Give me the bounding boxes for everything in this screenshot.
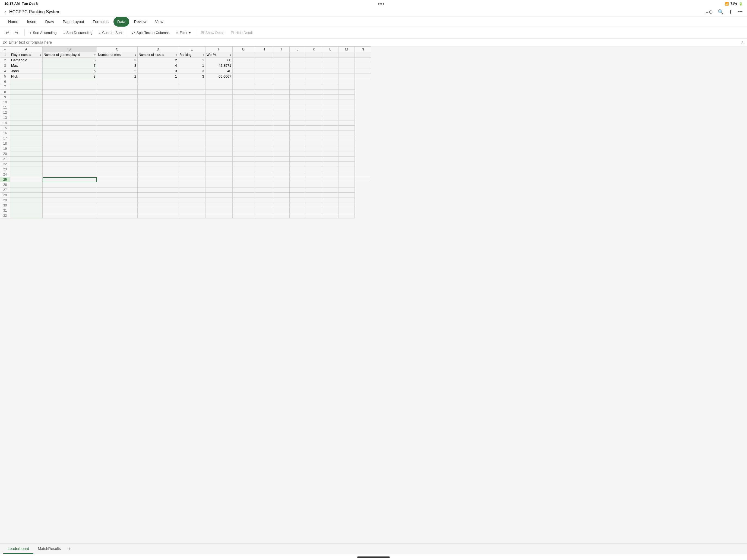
cell-J1[interactable] [290, 52, 306, 57]
cell-D3[interactable]: 4 [138, 63, 178, 69]
cell-M1[interactable] [338, 52, 355, 57]
cell-L25[interactable] [322, 177, 338, 182]
cell-B25[interactable] [43, 177, 97, 182]
cell-D25[interactable] [138, 177, 178, 182]
cell-I1[interactable] [273, 52, 290, 57]
cell-K2[interactable] [306, 57, 322, 63]
cell-M2[interactable] [338, 57, 355, 63]
cell-F1[interactable]: Win % ▾ [205, 52, 233, 57]
filter-arrow-B[interactable]: ▾ [94, 53, 96, 56]
col-header-E[interactable]: E [178, 47, 205, 52]
cell-A1[interactable]: Player names ▾ [10, 52, 43, 57]
cell-F4[interactable]: 40 [205, 69, 233, 74]
col-header-B[interactable]: B [43, 47, 97, 52]
cell-L5[interactable] [322, 74, 338, 79]
cell-B4[interactable]: 5 [43, 69, 97, 74]
filter-arrow-D[interactable]: ▾ [176, 53, 177, 56]
cell-C25[interactable] [97, 177, 138, 182]
tab-insert[interactable]: Insert [23, 17, 40, 27]
cell-G25[interactable] [233, 177, 254, 182]
tab-data[interactable]: Data [113, 17, 129, 27]
col-header-M[interactable]: M [338, 47, 355, 52]
show-detail-button[interactable]: ⊞ Show Detail [198, 29, 227, 36]
filter-arrow-A[interactable]: ▾ [40, 53, 41, 56]
search-icon[interactable]: ⊙ [709, 9, 713, 15]
cell-H1[interactable] [254, 52, 273, 57]
cell-G1[interactable] [233, 52, 254, 57]
sort-ascending-button[interactable]: ↑ Sort Ascending [27, 29, 59, 36]
undo-button[interactable]: ↩ [3, 28, 12, 37]
cell-D5[interactable]: 1 [138, 74, 178, 79]
cell-C4[interactable]: 2 [97, 69, 138, 74]
cell-A4[interactable]: John [10, 69, 43, 74]
cell-E25[interactable] [178, 177, 205, 182]
share-icon[interactable]: ⬆ [728, 9, 732, 15]
add-sheet-button[interactable]: + [65, 544, 74, 554]
tab-draw[interactable]: Draw [41, 17, 58, 27]
cell-F25[interactable] [205, 177, 233, 182]
cell-A3[interactable]: Max [10, 63, 43, 69]
cell-J5[interactable] [290, 74, 306, 79]
cell-K3[interactable] [306, 63, 322, 69]
cell-J25[interactable] [290, 177, 306, 182]
cell-H3[interactable] [254, 63, 273, 69]
cell-K4[interactable] [306, 69, 322, 74]
tab-view[interactable]: View [152, 17, 167, 27]
spreadsheet-wrapper[interactable]: △ A B C D E F G H I J K L M [0, 46, 747, 543]
sort-descending-button[interactable]: ↓ Sort Descending [60, 29, 95, 36]
cell-M4[interactable] [338, 69, 355, 74]
filter-arrow-F[interactable]: ▾ [230, 53, 231, 56]
cell-H4[interactable] [254, 69, 273, 74]
tab-formulas[interactable]: Formulas [89, 17, 112, 27]
cell-F5[interactable]: 66.6667 [205, 74, 233, 79]
col-header-H[interactable]: H [254, 47, 273, 52]
filter-arrow-C[interactable]: ▾ [135, 53, 136, 56]
cell-N2[interactable] [355, 57, 371, 63]
cell-C5[interactable]: 2 [97, 74, 138, 79]
col-header-L[interactable]: L [322, 47, 338, 52]
cell-I5[interactable] [273, 74, 290, 79]
cell-H25[interactable] [254, 177, 273, 182]
cell-E2[interactable]: 1 [178, 57, 205, 63]
col-header-F[interactable]: F [205, 47, 233, 52]
cell-B1[interactable]: Number of games played ▾ [43, 52, 97, 57]
cell-L2[interactable] [322, 57, 338, 63]
cell-G3[interactable] [233, 63, 254, 69]
back-button[interactable]: ‹ [4, 9, 6, 15]
cell-B3[interactable]: 7 [43, 63, 97, 69]
cell-K1[interactable] [306, 52, 322, 57]
cell-J2[interactable] [290, 57, 306, 63]
find-icon[interactable]: 🔍 [718, 9, 724, 15]
cell-F2[interactable]: 60 [205, 57, 233, 63]
cell-N3[interactable] [355, 63, 371, 69]
cell-A5[interactable]: Nick [10, 74, 43, 79]
cell-E4[interactable]: 3 [178, 69, 205, 74]
cell-D1[interactable]: Number of losses ▾ [138, 52, 178, 57]
redo-button[interactable]: ↪ [12, 28, 21, 37]
more-icon[interactable]: ••• [738, 9, 743, 15]
formula-input[interactable] [9, 40, 739, 45]
col-header-K[interactable]: K [306, 47, 322, 52]
cell-E5[interactable]: 3 [178, 74, 205, 79]
col-header-I[interactable]: I [273, 47, 290, 52]
cell-I2[interactable] [273, 57, 290, 63]
cell-B5[interactable]: 3 [43, 74, 97, 79]
cell-D4[interactable]: 3 [138, 69, 178, 74]
cell-N25[interactable] [355, 177, 371, 182]
cell-M25[interactable] [338, 177, 355, 182]
cell-M5[interactable] [338, 74, 355, 79]
col-header-A[interactable]: A [10, 47, 43, 52]
cell-D2[interactable]: 2 [138, 57, 178, 63]
cell-I4[interactable] [273, 69, 290, 74]
hide-detail-button[interactable]: ⊟ Hide Detail [228, 29, 255, 36]
cell-N5[interactable] [355, 74, 371, 79]
cell-I25[interactable] [273, 177, 290, 182]
cell-N1[interactable] [355, 52, 371, 57]
cell-C1[interactable]: Number of wins ▾ [97, 52, 138, 57]
formula-expand-button[interactable]: ∧ [741, 40, 744, 45]
cell-M3[interactable] [338, 63, 355, 69]
sheet-tab-leaderboard[interactable]: Leaderboard [3, 544, 33, 554]
cell-J3[interactable] [290, 63, 306, 69]
cell-L4[interactable] [322, 69, 338, 74]
cell-G4[interactable] [233, 69, 254, 74]
